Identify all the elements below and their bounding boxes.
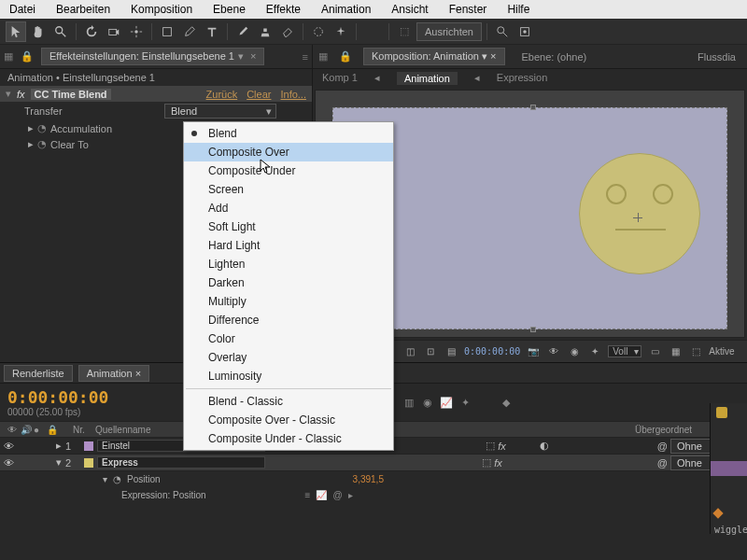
search-icon[interactable] xyxy=(492,21,513,42)
lock-icon[interactable]: 🔒 xyxy=(339,50,352,63)
auto-keyframe-icon[interactable]: ◆ xyxy=(499,395,514,410)
parent-pickwhip-icon[interactable]: @ xyxy=(657,441,668,452)
current-time[interactable]: 0:00:00:00 xyxy=(464,346,520,357)
position-value[interactable]: 3,391,5 xyxy=(353,474,384,484)
composition-tab[interactable]: Komposition: Animation ▾ × xyxy=(363,48,505,65)
transparency-icon[interactable]: ▦ xyxy=(668,344,683,359)
show-snapshot-icon[interactable]: 👁 xyxy=(546,344,561,359)
stopwatch-icon[interactable]: ◔ xyxy=(37,138,47,150)
expression-text[interactable]: wiggle( xyxy=(714,525,747,535)
expression-enable-icon[interactable]: ≡ xyxy=(305,490,311,500)
visibility-toggle[interactable]: 👁 xyxy=(4,441,17,452)
timeline-tab[interactable]: Animation × xyxy=(78,365,149,382)
active-camera-label[interactable]: Aktive xyxy=(709,346,734,357)
dropdown-option-composite-over-classic[interactable]: Composite Over - Classic xyxy=(184,411,393,429)
color-icon[interactable]: ◉ xyxy=(567,344,582,359)
audio-column-icon[interactable]: 🔊 xyxy=(17,425,30,435)
dropdown-option-add[interactable]: Add xyxy=(184,199,393,217)
menu-view[interactable]: Ansicht xyxy=(386,1,433,18)
close-icon[interactable]: × xyxy=(490,50,496,62)
flowchart-tab[interactable]: Flussdia xyxy=(692,49,741,64)
twirl-icon[interactable]: ▸ xyxy=(28,138,34,150)
motion-blur-icon[interactable]: ◉ xyxy=(420,395,435,410)
effect-reset-link[interactable]: Zurück xyxy=(206,89,238,100)
effect-info-link[interactable]: Info... xyxy=(280,89,306,100)
align-button[interactable]: Ausrichten xyxy=(416,22,482,41)
dropdown-icon[interactable]: ▾ xyxy=(238,50,244,62)
comp-nav-item-active[interactable]: Animation xyxy=(397,72,458,85)
3d-view-icon[interactable]: ⬚ xyxy=(688,344,703,359)
timeline-track-area[interactable]: wiggle( xyxy=(710,403,747,534)
roto-brush-tool[interactable] xyxy=(308,21,329,42)
graph-editor-icon[interactable]: 📈 xyxy=(439,395,454,410)
eraser-tool[interactable] xyxy=(277,21,298,42)
menu-effects[interactable]: Effekte xyxy=(261,1,306,18)
dropdown-option-lighten[interactable]: Lighten xyxy=(184,255,393,273)
text-tool[interactable] xyxy=(202,21,222,42)
dropdown-option-luminosity[interactable]: Luminosity xyxy=(184,367,393,385)
expression-graph-icon[interactable]: 📈 xyxy=(316,490,327,500)
effect-controls-tab[interactable]: Effekteinstellungen: Einstellungsebene 1… xyxy=(41,48,264,65)
snapshot-icon[interactable]: 📷 xyxy=(526,344,541,359)
effect-header[interactable]: ▾ fx CC Time Blend Zurück Clear Info... xyxy=(0,86,312,102)
nav-prev-icon[interactable]: ◂ xyxy=(374,72,380,85)
menu-window[interactable]: Fenster xyxy=(444,1,493,18)
dropdown-option-difference[interactable]: Difference xyxy=(184,311,393,329)
dropdown-option-composite-over[interactable]: Composite Over xyxy=(184,143,393,161)
label-color[interactable] xyxy=(84,441,93,451)
dropdown-option-hard-light[interactable]: Hard Light xyxy=(184,236,393,255)
render-queue-tab[interactable]: Renderliste xyxy=(4,365,73,382)
layer-name[interactable]: Express xyxy=(97,456,265,469)
zoom-tool[interactable] xyxy=(50,21,71,42)
current-time-indicator[interactable] xyxy=(716,407,727,418)
fx-icon[interactable]: fx xyxy=(17,89,25,100)
visibility-toggle[interactable]: 👁 xyxy=(4,457,17,469)
camera-tool[interactable] xyxy=(104,21,124,42)
layer-row-2[interactable]: 👁 ▾ 2 Express ⬚ fx @ Ohne xyxy=(0,455,747,471)
selection-tool[interactable] xyxy=(6,21,26,42)
menu-composition[interactable]: Komposition xyxy=(125,1,198,18)
adjustment-icon[interactable]: ◐ xyxy=(540,440,549,452)
close-icon[interactable]: × xyxy=(135,368,141,379)
close-panel-icon[interactable]: ▦ xyxy=(318,50,328,63)
dropdown-option-screen[interactable]: Screen xyxy=(184,180,393,199)
close-icon[interactable]: × xyxy=(250,50,256,62)
pen-tool[interactable] xyxy=(179,21,200,42)
twirl-icon[interactable]: ▾ xyxy=(103,474,107,484)
dropdown-option-color[interactable]: Color xyxy=(184,329,393,348)
local-axis-icon[interactable]: ⬚ xyxy=(394,21,415,42)
dropdown-option-soft-light[interactable]: Soft Light xyxy=(184,217,393,236)
shape-tool[interactable] xyxy=(157,21,177,42)
twirl-icon[interactable]: ▾ xyxy=(56,456,65,469)
timecode-display[interactable]: 0:00:00:00 00000 (25.00 fps) xyxy=(0,384,187,421)
expression-row[interactable]: Expression: Position ≡ 📈 @ ▸ xyxy=(0,486,747,503)
dropdown-option-composite-under-classic[interactable]: Composite Under - Classic xyxy=(184,429,393,448)
menu-file[interactable]: Datei xyxy=(4,1,41,18)
twirl-icon[interactable]: ▸ xyxy=(28,122,34,134)
pan-behind-tool[interactable] xyxy=(126,21,147,42)
dropdown-option-composite-under[interactable]: Composite Under xyxy=(184,161,393,180)
parent-pickwhip-icon[interactable]: @ xyxy=(657,457,668,469)
label-color[interactable] xyxy=(84,458,93,468)
lock-column-icon[interactable]: 🔒 xyxy=(43,425,56,435)
brainstorm-icon[interactable]: ✦ xyxy=(458,395,472,410)
twirl-icon[interactable]: ▸ xyxy=(56,440,65,452)
rotate-tool[interactable] xyxy=(81,21,102,42)
puppet-tool[interactable] xyxy=(331,21,351,42)
dropdown-option-blend[interactable]: Blend xyxy=(184,124,393,143)
panel-menu-icon[interactable]: ≡ xyxy=(303,51,308,63)
close-panel-icon[interactable]: ▦ xyxy=(4,50,13,63)
dropdown-option-darken[interactable]: Darken xyxy=(184,273,393,292)
comp-nav-item[interactable]: Komp 1 xyxy=(322,72,358,85)
hand-tool[interactable] xyxy=(28,21,49,42)
stopwatch-icon[interactable]: ◔ xyxy=(113,474,121,484)
dropdown-option-overlay[interactable]: Overlay xyxy=(184,348,393,367)
brush-tool[interactable] xyxy=(233,21,253,42)
lock-icon[interactable]: 🔒 xyxy=(21,50,34,63)
resolution-dropdown[interactable]: Voll xyxy=(608,345,641,357)
clone-stamp-tool[interactable] xyxy=(255,21,275,42)
twirl-icon[interactable]: ▾ xyxy=(6,88,11,100)
menu-help[interactable]: Hilfe xyxy=(501,1,535,18)
position-property[interactable]: ▾ ◔ Position 3,391,5 xyxy=(0,471,747,486)
expression-pickwhip-icon[interactable]: @ xyxy=(332,490,342,500)
